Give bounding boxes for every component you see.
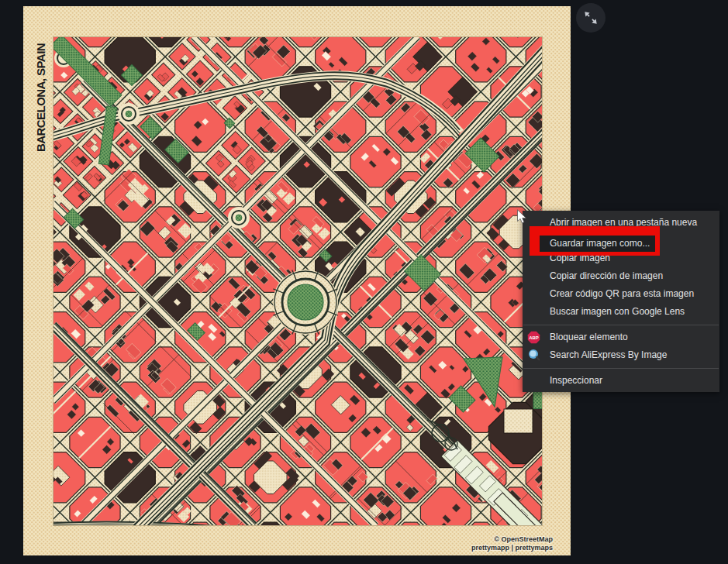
svg-text:© OpenStreetMap: © OpenStreetMap — [494, 535, 553, 543]
svg-text:ABP: ABP — [529, 335, 539, 340]
svg-text:prettymapp | prettymaps: prettymapp | prettymaps — [471, 544, 553, 552]
svg-text:BARCELONA, SPAIN: BARCELONA, SPAIN — [34, 43, 47, 152]
